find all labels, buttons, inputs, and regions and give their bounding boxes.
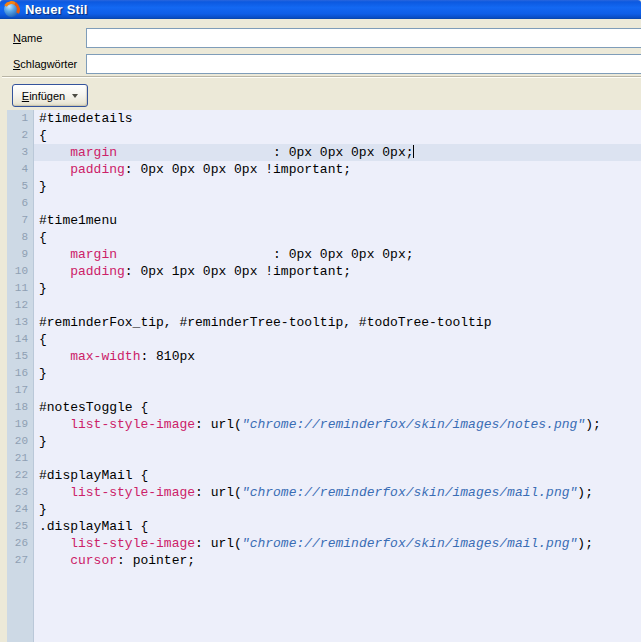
line-number: 18: [7, 399, 34, 416]
line-number: 3: [7, 144, 34, 161]
window-title: Neuer Stil: [25, 2, 88, 17]
code-text: padding: 0px 1px 0px 0px !important;: [34, 263, 641, 280]
code-text: }: [34, 501, 641, 518]
code-line[interactable]: 20}: [7, 433, 641, 450]
code-text: #notesToggle {: [34, 399, 641, 416]
code-line[interactable]: 10 padding: 0px 1px 0px 0px !important;: [7, 263, 641, 280]
line-number: 24: [7, 501, 34, 518]
code-text: #reminderFox_tip, #reminderTree-tooltip,…: [34, 314, 641, 331]
firefox-icon: [4, 2, 19, 17]
code-text: {: [34, 127, 641, 144]
code-line[interactable]: 16}: [7, 365, 641, 382]
code-text: .displayMail {: [34, 518, 641, 535]
code-line[interactable]: 1#timedetails: [7, 110, 641, 127]
dropdown-arrow-icon: [72, 94, 78, 98]
tags-label: Schlagwörter: [13, 58, 77, 70]
code-text: [34, 450, 641, 467]
line-number: 12: [7, 297, 34, 314]
line-number: 1: [7, 110, 34, 127]
code-text: #timedetails: [34, 110, 641, 127]
line-number: 13: [7, 314, 34, 331]
code-text: {: [34, 229, 641, 246]
separator: [2, 76, 641, 78]
line-number: 2: [7, 127, 34, 144]
line-number: 20: [7, 433, 34, 450]
code-line[interactable]: 26 list-style-image: url("chrome://remin…: [7, 535, 641, 552]
code-text: cursor: pointer;: [34, 552, 641, 569]
code-editor[interactable]: 1#timedetails2{3 margin : 0px 0px 0px 0p…: [7, 110, 641, 642]
line-number: 23: [7, 484, 34, 501]
code-text: {: [34, 331, 641, 348]
tags-input[interactable]: [86, 54, 641, 74]
code-text: list-style-image: url("chrome://reminder…: [34, 535, 641, 552]
name-input[interactable]: [86, 28, 641, 48]
line-number: 5: [7, 178, 34, 195]
line-number: 10: [7, 263, 34, 280]
code-line[interactable]: 9 margin : 0px 0px 0px 0px;: [7, 246, 641, 263]
code-line[interactable]: 15 max-width: 810px: [7, 348, 641, 365]
line-number: 16: [7, 365, 34, 382]
line-number: 9: [7, 246, 34, 263]
code-text: #time1menu: [34, 212, 641, 229]
code-line[interactable]: 5}: [7, 178, 641, 195]
line-number: 25: [7, 518, 34, 535]
code-line[interactable]: 2{: [7, 127, 641, 144]
code-line[interactable]: 25.displayMail {: [7, 518, 641, 535]
line-number: 15: [7, 348, 34, 365]
code-text: max-width: 810px: [34, 348, 641, 365]
code-line[interactable]: 8{: [7, 229, 641, 246]
code-text: [34, 297, 641, 314]
code-line[interactable]: 23 list-style-image: url("chrome://remin…: [7, 484, 641, 501]
line-number: 22: [7, 467, 34, 484]
code-line[interactable]: 14{: [7, 331, 641, 348]
code-line[interactable]: 11}: [7, 280, 641, 297]
code-line[interactable]: 12: [7, 297, 641, 314]
code-line[interactable]: 4 padding: 0px 0px 0px 0px !important;: [7, 161, 641, 178]
line-number: 14: [7, 331, 34, 348]
insert-button-label: Einfügen: [22, 90, 65, 102]
line-number: 8: [7, 229, 34, 246]
code-text: list-style-image: url("chrome://reminder…: [34, 416, 641, 433]
code-line[interactable]: 7#time1menu: [7, 212, 641, 229]
line-number: 7: [7, 212, 34, 229]
line-number: 26: [7, 535, 34, 552]
line-number: 27: [7, 552, 34, 569]
line-number: 11: [7, 280, 34, 297]
code-text: margin : 0px 0px 0px 0px;: [34, 246, 641, 263]
line-number: 17: [7, 382, 34, 399]
code-line[interactable]: 6: [7, 195, 641, 212]
code-line[interactable]: 19 list-style-image: url("chrome://remin…: [7, 416, 641, 433]
code-text: list-style-image: url("chrome://reminder…: [34, 484, 641, 501]
code-line[interactable]: 3 margin : 0px 0px 0px 0px;: [7, 144, 641, 161]
code-text: margin : 0px 0px 0px 0px;: [34, 144, 641, 161]
code-text: }: [34, 365, 641, 382]
code-text: }: [34, 178, 641, 195]
code-line[interactable]: 13#reminderFox_tip, #reminderTree-toolti…: [7, 314, 641, 331]
code-text: }: [34, 433, 641, 450]
line-number: 19: [7, 416, 34, 433]
code-text: }: [34, 280, 641, 297]
code-line[interactable]: 24}: [7, 501, 641, 518]
code-line[interactable]: 18#notesToggle {: [7, 399, 641, 416]
code-text: [34, 195, 641, 212]
code-line[interactable]: 17: [7, 382, 641, 399]
line-number: 6: [7, 195, 34, 212]
code-text: padding: 0px 0px 0px 0px !important;: [34, 161, 641, 178]
dialog-window: Neuer Stil Name Schlagwörter Einfügen 1#…: [0, 0, 641, 642]
name-label: Name: [13, 32, 42, 44]
titlebar[interactable]: Neuer Stil: [0, 0, 641, 19]
line-number: 4: [7, 161, 34, 178]
code-lines: 1#timedetails2{3 margin : 0px 0px 0px 0p…: [7, 110, 641, 569]
code-text: #displayMail {: [34, 467, 641, 484]
text-caret: [413, 145, 414, 158]
line-number: 21: [7, 450, 34, 467]
code-text: [34, 382, 641, 399]
code-line[interactable]: 22#displayMail {: [7, 467, 641, 484]
code-line[interactable]: 21: [7, 450, 641, 467]
code-line[interactable]: 27 cursor: pointer;: [7, 552, 641, 569]
insert-button[interactable]: Einfügen: [12, 84, 88, 107]
